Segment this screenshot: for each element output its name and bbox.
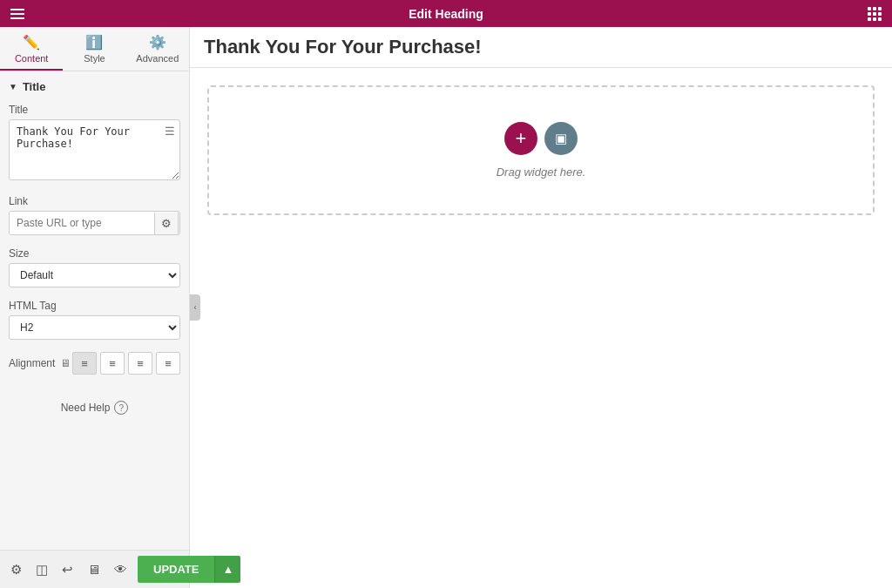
drop-zone-label: Drag widget here. — [497, 166, 586, 179]
drop-zone-buttons: + ▣ — [504, 122, 578, 155]
size-field-group: Size Default Small Medium Large XL XXL — [9, 247, 180, 287]
link-input[interactable] — [10, 212, 154, 234]
tab-style-label: Style — [84, 53, 105, 64]
add-widget-button[interactable]: + — [504, 122, 537, 155]
tab-content-label: Content — [15, 53, 49, 64]
html-tag-field-group: HTML Tag H1 H2 H3 H4 H5 H6 div span p — [9, 300, 180, 340]
tab-advanced-label: Advanced — [136, 53, 179, 64]
help-icon[interactable]: ? — [114, 401, 128, 415]
sidebar: ✏️ Content ℹ️ Style ⚙️ Advanced ▼ Title — [0, 27, 190, 588]
sidebar-tabs: ✏️ Content ℹ️ Style ⚙️ Advanced — [0, 27, 189, 71]
size-field-label: Size — [9, 247, 180, 260]
alignment-responsive-icon: 🖥 — [60, 357, 71, 369]
eye-bottom-icon[interactable]: 👁 — [111, 558, 131, 580]
title-field-label: Title — [9, 104, 180, 116]
top-bar: Edit Heading — [0, 0, 892, 27]
alignment-label-row: Alignment 🖥 ≡ ≡ ≡ ≡ — [9, 352, 180, 375]
section-collapse-arrow[interactable]: ▼ — [9, 82, 17, 91]
tab-content[interactable]: ✏️ Content — [0, 27, 63, 71]
settings-bottom-icon[interactable]: ⚙ — [7, 558, 25, 581]
section-title-title: ▼ Title — [9, 80, 180, 93]
align-right-button[interactable]: ≡ — [128, 352, 152, 375]
section-title-label: Title — [23, 80, 46, 93]
link-settings-button[interactable]: ⚙ — [154, 213, 178, 234]
canvas-content: + ▣ Drag widget here. — [190, 68, 892, 588]
link-field-group: Link ⚙ ✕ — [9, 195, 180, 235]
panel-title: Edit Heading — [35, 7, 857, 21]
main-layout: ✏️ Content ℹ️ Style ⚙️ Advanced ▼ Title — [0, 27, 892, 588]
undo-bottom-icon[interactable]: ↩ — [58, 558, 77, 581]
bottom-toolbar: ⚙ ◫ ↩ 🖥 👁 UPDATE ▲ — [0, 550, 189, 588]
widget-library-button[interactable]: ▣ — [544, 122, 578, 155]
size-select[interactable]: Default Small Medium Large XL XXL — [9, 263, 180, 287]
hamburger-menu-button[interactable] — [0, 0, 35, 27]
align-justify-button[interactable]: ≡ — [156, 352, 180, 375]
style-tab-icon: ℹ️ — [85, 34, 103, 51]
tab-advanced[interactable]: ⚙️ Advanced — [126, 27, 189, 71]
page-title-bar: Thank You For Your Purchase! — [190, 27, 892, 68]
update-arrow-button[interactable]: ▲ — [214, 556, 240, 583]
tab-style[interactable]: ℹ️ Style — [63, 27, 125, 71]
title-textarea[interactable]: Thank You For Your Purchase! — [9, 119, 180, 180]
alignment-label-wrapper: Alignment 🖥 — [9, 357, 71, 369]
title-textarea-wrapper: Thank You For Your Purchase! ☰ — [9, 119, 180, 183]
alignment-buttons: ≡ ≡ ≡ ≡ — [72, 352, 180, 375]
page-title: Thank You For Your Purchase! — [204, 36, 878, 58]
align-center-button[interactable]: ≡ — [100, 352, 125, 375]
preview-bottom-icon[interactable]: 🖥 — [84, 558, 104, 580]
content-tab-icon: ✏️ — [23, 34, 40, 51]
textarea-list-icon[interactable]: ☰ — [165, 125, 175, 138]
need-help-section: Need Help ? — [9, 387, 180, 429]
html-tag-select[interactable]: H1 H2 H3 H4 H5 H6 div span p — [9, 315, 180, 340]
advanced-tab-icon: ⚙️ — [149, 34, 166, 51]
need-help-label: Need Help — [61, 402, 111, 414]
grid-menu-button[interactable] — [857, 0, 892, 27]
link-field-label: Link — [9, 195, 180, 207]
hamburger-icon — [10, 9, 24, 19]
update-button-group: UPDATE ▲ — [138, 556, 240, 583]
title-field-group: Title Thank You For Your Purchase! ☰ — [9, 104, 180, 183]
sidebar-wrapper: ✏️ Content ℹ️ Style ⚙️ Advanced ▼ Title — [0, 27, 190, 588]
canvas-area: Thank You For Your Purchase! + ▣ Drag wi… — [190, 27, 892, 588]
sidebar-collapse-toggle[interactable]: ‹ — [190, 294, 200, 321]
html-tag-field-label: HTML Tag — [9, 300, 180, 312]
layers-bottom-icon[interactable]: ◫ — [32, 558, 51, 581]
update-button[interactable]: UPDATE — [138, 556, 214, 583]
sidebar-content: ▼ Title Title Thank You For Your Purchas… — [0, 71, 189, 550]
alignment-field-group: Alignment 🖥 ≡ ≡ ≡ ≡ — [9, 352, 180, 375]
align-left-button[interactable]: ≡ — [72, 352, 97, 375]
grid-icon — [868, 7, 882, 21]
link-clear-button[interactable]: ✕ — [178, 213, 180, 234]
drop-zone: + ▣ Drag widget here. — [207, 85, 875, 215]
link-input-wrapper: ⚙ ✕ — [9, 211, 180, 235]
alignment-field-label: Alignment — [9, 357, 55, 369]
